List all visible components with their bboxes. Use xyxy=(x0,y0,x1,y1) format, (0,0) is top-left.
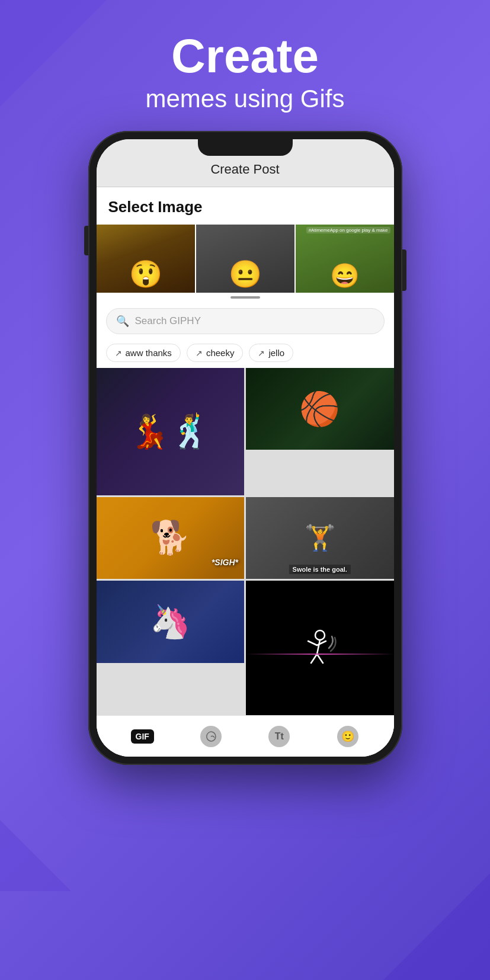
gif-emoji-1: 💃🕺 xyxy=(129,412,211,451)
chip-aww-thanks[interactable]: ↗ aww thanks xyxy=(106,344,181,362)
scroll-indicator xyxy=(97,293,394,302)
search-input[interactable]: Search GIPHY xyxy=(135,315,374,327)
svg-line-1 xyxy=(317,640,320,654)
sticker-svg xyxy=(205,731,217,742)
gif-content-2: 🏀 xyxy=(246,368,394,450)
nav-item-text[interactable]: Tt xyxy=(264,722,294,751)
gif-cell-cartoon[interactable]: 🦄 xyxy=(97,581,245,662)
nav-item-gif[interactable]: GIF xyxy=(127,722,157,751)
phone-outer-shell: Create Post Select Image xyxy=(88,131,402,765)
bg-decoration-br xyxy=(383,873,490,980)
chip-label-3: jello xyxy=(268,348,284,358)
bottom-nav: GIF Tt 🙂 xyxy=(97,715,394,757)
gif-content-1: 💃🕺 xyxy=(97,368,245,495)
chip-label-1: aww thanks xyxy=(126,348,172,358)
gif-badge: GIF xyxy=(131,729,154,744)
chip-cheeky[interactable]: ↗ cheeky xyxy=(187,344,244,362)
gif-emoji-4: 🏋️ xyxy=(305,523,335,552)
gif-cell-man-swole[interactable]: 🏋️ Swole is the goal. xyxy=(246,497,394,579)
svg-point-0 xyxy=(315,630,325,640)
bg-decoration-bl xyxy=(0,820,71,891)
phone-screen: Create Post Select Image xyxy=(97,139,394,757)
top-gif-strip[interactable]: #AtimemeApp on google play & make xyxy=(97,225,394,293)
nav-item-emoji[interactable]: 🙂 xyxy=(333,722,363,751)
text-icon: Tt xyxy=(268,726,290,747)
svg-line-5 xyxy=(317,654,323,663)
top-gif-person-3 xyxy=(296,225,394,293)
slide-svg xyxy=(296,624,344,672)
gif-emoji-dog: 🐕 xyxy=(150,518,191,557)
trending-up-icon-3: ↗ xyxy=(258,348,265,358)
slide-line xyxy=(246,654,394,655)
gif-emoji-6: 🦄 xyxy=(150,603,191,641)
chip-jello[interactable]: ↗ jello xyxy=(249,344,293,362)
page-subtitle: memes using Gifs xyxy=(145,85,344,113)
trending-up-icon-1: ↗ xyxy=(115,348,122,358)
app-content: Select Image #AtimemeApp on google play … xyxy=(97,187,394,757)
top-gif-2[interactable] xyxy=(195,225,294,293)
sticker-icon xyxy=(200,726,222,747)
phone-mockup: Create Post Select Image xyxy=(88,131,402,765)
search-bar[interactable]: 🔍 Search GIPHY xyxy=(106,308,385,334)
sigh-overlay-text: *SIGH* xyxy=(212,558,238,567)
chip-label-2: cheeky xyxy=(206,348,235,358)
page-title: Create xyxy=(145,33,344,80)
svg-line-2 xyxy=(308,641,317,645)
bg-decoration-tl xyxy=(0,0,107,107)
trending-chips: ↗ aww thanks ↗ cheeky ↗ jello xyxy=(97,340,394,368)
page-header: Create memes using Gifs xyxy=(145,0,344,113)
top-gif-3[interactable]: #AtimemeApp on google play & make xyxy=(294,225,394,293)
top-gif-person-1 xyxy=(97,225,195,293)
emoji-icon: 🙂 xyxy=(337,726,358,747)
svg-line-3 xyxy=(317,641,326,645)
top-gif-person-2 xyxy=(196,225,294,293)
gif-content-6: 🦄 xyxy=(97,581,245,662)
select-image-label: Select Image xyxy=(108,198,203,216)
trending-up-icon-2: ↗ xyxy=(196,348,203,358)
nav-item-sticker[interactable] xyxy=(196,722,226,751)
scroll-bar xyxy=(230,296,260,299)
gif-content-5 xyxy=(246,581,394,715)
gif-cell-women-dancing[interactable]: 💃🕺 xyxy=(97,368,245,495)
select-image-section: Select Image xyxy=(97,187,394,225)
app-header-title: Create Post xyxy=(108,162,382,177)
phone-notch xyxy=(198,139,293,156)
gif-grid: 💃🕺 🏀 🐕 *SIGH* xyxy=(97,368,394,715)
search-bar-wrapper[interactable]: 🔍 Search GIPHY xyxy=(97,302,394,340)
search-icon: 🔍 xyxy=(116,315,129,328)
gif-cell-men-group[interactable]: 🏀 xyxy=(246,368,394,450)
top-gif-1[interactable] xyxy=(97,225,195,293)
gif-cell-dog-sigh[interactable]: 🐕 *SIGH* xyxy=(97,497,245,579)
gif-cell-slide-anim[interactable] xyxy=(246,581,394,715)
gif-emoji-2: 🏀 xyxy=(299,390,340,428)
svg-line-4 xyxy=(311,654,317,663)
swole-overlay-text: Swole is the goal. xyxy=(289,565,351,574)
trending-tag: #AtimemeApp on google play & make xyxy=(306,227,390,233)
